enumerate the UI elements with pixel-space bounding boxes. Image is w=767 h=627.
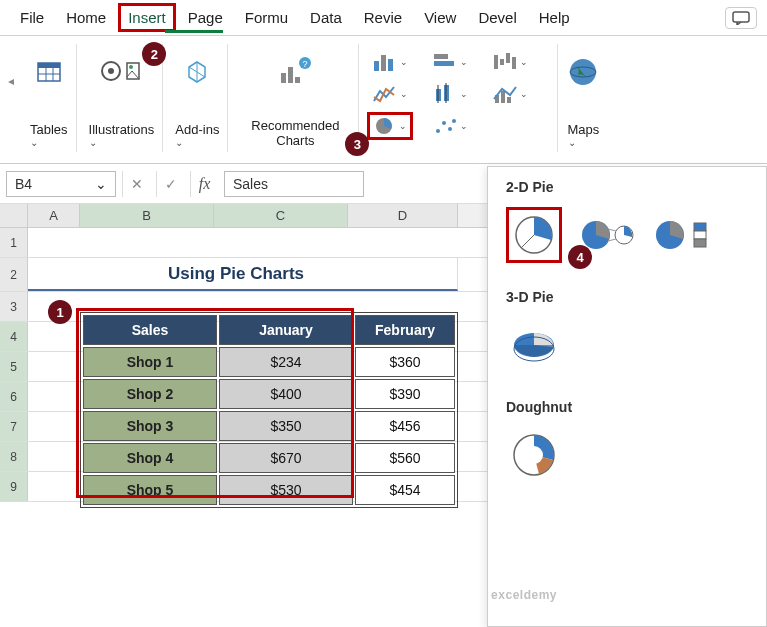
cell-shop[interactable]: Shop 1 [83,347,217,377]
svg-point-9 [129,65,133,69]
ribbon-group-maps[interactable]: Maps⌄ [557,44,608,152]
fx-icon[interactable]: fx [190,171,218,197]
chart-waterfall-button[interactable]: ⌄ [487,48,533,76]
chart-column-button[interactable]: ⌄ [367,48,413,76]
svg-rect-20 [434,54,448,59]
col-header-a[interactable]: A [28,204,80,227]
ribbon-group-illustrations[interactable]: Illustrations⌄ 2 [81,44,164,152]
svg-point-34 [436,129,440,133]
row-header[interactable]: 9 [0,472,28,501]
section-2d-pie: 2-D Pie [506,179,748,195]
chart-combo-button[interactable]: ⌄ [487,80,533,108]
pie-3d-option[interactable] [506,317,562,373]
svg-rect-19 [388,59,393,71]
cell-jan[interactable]: $530 [219,475,353,505]
tab-review[interactable]: Revie [354,3,412,32]
step-badge-3: 3 [345,132,369,156]
tab-help[interactable]: Help [529,3,580,32]
svg-point-7 [108,68,114,74]
accept-formula-icon[interactable]: ✓ [156,171,184,197]
row-header[interactable]: 1 [0,228,28,257]
cell-feb[interactable]: $390 [355,379,455,409]
recommended-charts-icon: ? [275,48,315,96]
row-header[interactable]: 3 [0,292,28,321]
svg-rect-2 [38,63,60,68]
svg-point-37 [452,119,456,123]
chart-pie-button[interactable]: ⌄ [367,112,413,140]
bar-of-pie-option[interactable] [654,207,710,263]
chart-line-button[interactable]: ⌄ [367,80,413,108]
col-header-c[interactable]: C [214,204,348,227]
row-header[interactable]: 2 [0,258,28,291]
svg-rect-47 [694,223,706,231]
ribbon-group-tables[interactable]: Tables⌄ [22,44,77,152]
row-header[interactable]: 6 [0,382,28,411]
cell-jan[interactable]: $350 [219,411,353,441]
chevron-down-icon: ⌄ [89,137,155,148]
tab-data[interactable]: Data [300,3,352,32]
chevron-down-icon: ⌄ [175,137,219,148]
sheet-title: Using Pie Charts [28,258,458,291]
svg-point-38 [570,59,596,85]
tab-active-underline [165,30,223,33]
tab-insert[interactable]: Insert [118,3,176,32]
cell-shop[interactable]: Shop 3 [83,411,217,441]
svg-rect-0 [733,12,749,22]
cell-shop[interactable]: Shop 5 [83,475,217,505]
tab-home[interactable]: Home [56,3,116,32]
name-box[interactable]: B4⌄ [6,171,116,197]
chart-scatter-button[interactable]: ⌄ [427,112,473,140]
col-header-d[interactable]: D [348,204,458,227]
ribbon: ◂ Tables⌄ Illustrations⌄ 2 Add-ins⌄ ? Re… [0,36,767,164]
addins-icon [182,48,212,96]
comments-button[interactable] [725,7,757,29]
chevron-down-icon: ⌄ [95,176,107,192]
illustrations-icon [99,48,143,96]
name-box-value: B4 [15,176,32,192]
svg-point-36 [448,127,452,131]
col-header-b[interactable]: B [80,204,214,227]
row-header[interactable]: 7 [0,412,28,441]
maps-icon [566,48,600,96]
svg-rect-21 [434,61,454,66]
svg-rect-31 [501,91,505,103]
ribbon-group-charts: ⌄ ⌄ ⌄ ⌄ ⌄ ⌄ ⌄ ⌄ 3 [363,44,553,152]
tab-formulas[interactable]: Formu [235,3,298,32]
tab-developer[interactable]: Devel [468,3,526,32]
cell-feb[interactable]: $360 [355,347,455,377]
cell-feb[interactable]: $456 [355,411,455,441]
ribbon-group-addins[interactable]: Add-ins⌄ [167,44,228,152]
data-table: Sales January February Shop 1$234$360 Sh… [80,312,458,508]
ribbon-scroll-left[interactable]: ◂ [4,44,18,88]
row-header[interactable]: 4 [0,322,28,351]
cell-shop[interactable]: Shop 2 [83,379,217,409]
formula-input[interactable]: Sales [224,171,364,197]
addins-label: Add-ins [175,122,219,137]
pie-2d-option[interactable] [506,207,562,263]
chart-bar-button[interactable]: ⌄ [427,48,473,76]
table-header-sales: Sales [83,315,217,345]
cell-feb[interactable]: $454 [355,475,455,505]
cell-feb[interactable]: $560 [355,443,455,473]
doughnut-option[interactable] [506,427,562,483]
row-header[interactable]: 5 [0,352,28,381]
tab-file[interactable]: File [10,3,54,32]
tab-page[interactable]: Page [178,3,233,32]
select-all-corner[interactable] [0,204,28,227]
cell-jan[interactable]: $400 [219,379,353,409]
cancel-formula-icon[interactable]: ✕ [122,171,150,197]
cell-jan[interactable]: $670 [219,443,353,473]
row-header[interactable]: 8 [0,442,28,471]
chevron-down-icon: ⌄ [568,137,600,148]
ribbon-group-recommended-charts[interactable]: ? Recommended Charts [232,44,359,152]
chart-stat-button[interactable]: ⌄ [427,80,473,108]
svg-rect-32 [507,97,511,103]
cell-shop[interactable]: Shop 4 [83,443,217,473]
maps-label: Maps [568,122,600,137]
step-badge-4: 4 [568,245,592,269]
svg-point-53 [525,446,543,464]
tables-label: Tables [30,122,68,137]
tab-view[interactable]: View [414,3,466,32]
table-header-january: January [219,315,353,345]
cell-jan[interactable]: $234 [219,347,353,377]
